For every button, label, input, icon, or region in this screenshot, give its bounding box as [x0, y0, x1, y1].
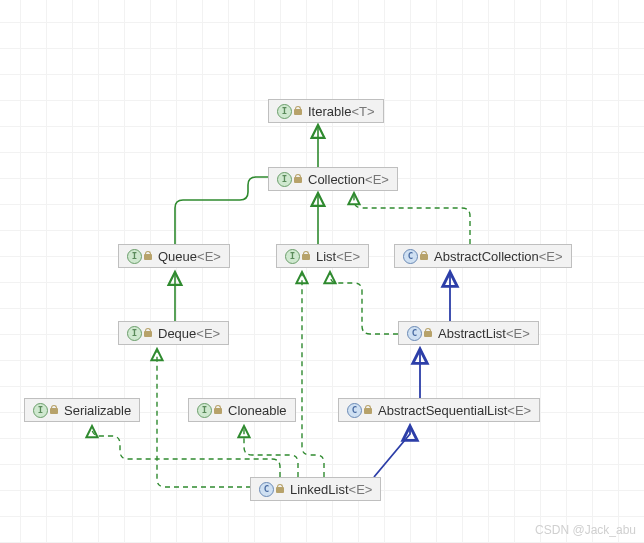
- node-queue[interactable]: I Queue<E>: [118, 244, 230, 268]
- node-label: Collection: [308, 172, 365, 187]
- lock-icon: [364, 405, 372, 415]
- interface-icon: I: [127, 326, 142, 341]
- node-collection[interactable]: I Collection<E>: [268, 167, 398, 191]
- node-abstractsequentiallist[interactable]: C AbstractSequentialList<E>: [338, 398, 540, 422]
- lock-icon: [294, 174, 302, 184]
- lock-icon: [424, 328, 432, 338]
- lock-icon: [214, 405, 222, 415]
- lock-icon: [276, 484, 284, 494]
- type-param: <E>: [539, 249, 563, 264]
- type-param: <E>: [349, 482, 373, 497]
- node-label: LinkedList: [290, 482, 349, 497]
- node-label: Cloneable: [228, 403, 287, 418]
- type-param: <E>: [196, 326, 220, 341]
- class-icon: C: [347, 403, 362, 418]
- node-cloneable[interactable]: I Cloneable: [188, 398, 296, 422]
- node-serializable[interactable]: I Serializable: [24, 398, 140, 422]
- node-label: Queue: [158, 249, 197, 264]
- node-abstractlist[interactable]: C AbstractList<E>: [398, 321, 539, 345]
- node-iterable[interactable]: I Iterable<T>: [268, 99, 384, 123]
- type-param: <T>: [351, 104, 374, 119]
- node-list[interactable]: I List<E>: [276, 244, 369, 268]
- interface-icon: I: [277, 104, 292, 119]
- node-label: AbstractSequentialList: [378, 403, 507, 418]
- type-param: <E>: [336, 249, 360, 264]
- lock-icon: [50, 405, 58, 415]
- lock-icon: [294, 106, 302, 116]
- node-label: AbstractList: [438, 326, 506, 341]
- interface-icon: I: [33, 403, 48, 418]
- class-icon: C: [259, 482, 274, 497]
- node-abstractcollection[interactable]: C AbstractCollection<E>: [394, 244, 572, 268]
- interface-icon: I: [197, 403, 212, 418]
- lock-icon: [144, 251, 152, 261]
- type-param: <E>: [197, 249, 221, 264]
- node-label: AbstractCollection: [434, 249, 539, 264]
- interface-icon: I: [285, 249, 300, 264]
- diagram-canvas: I Iterable<T> I Collection<E> I Queue<E>…: [0, 0, 644, 543]
- type-param: <E>: [365, 172, 389, 187]
- class-icon: C: [403, 249, 418, 264]
- type-param: <E>: [507, 403, 531, 418]
- watermark: CSDN @Jack_abu: [535, 523, 636, 537]
- type-param: <E>: [506, 326, 530, 341]
- node-linkedlist[interactable]: C LinkedList<E>: [250, 477, 381, 501]
- lock-icon: [302, 251, 310, 261]
- lock-icon: [420, 251, 428, 261]
- node-label: List: [316, 249, 336, 264]
- grid-background: [0, 0, 644, 543]
- class-icon: C: [407, 326, 422, 341]
- lock-icon: [144, 328, 152, 338]
- node-label: Iterable: [308, 104, 351, 119]
- interface-icon: I: [277, 172, 292, 187]
- node-label: Deque: [158, 326, 196, 341]
- node-deque[interactable]: I Deque<E>: [118, 321, 229, 345]
- interface-icon: I: [127, 249, 142, 264]
- node-label: Serializable: [64, 403, 131, 418]
